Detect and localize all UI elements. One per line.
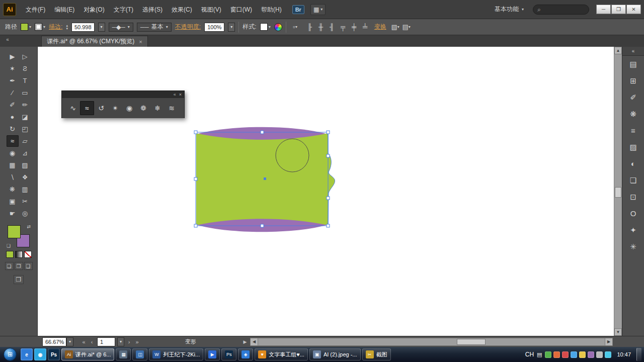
selection-handle[interactable] (194, 131, 197, 134)
graphic-style-dropdown[interactable]: ▾ (260, 23, 271, 31)
expand-panels-button[interactable]: « (622, 47, 644, 56)
language-indicator[interactable]: CH (525, 351, 534, 358)
scallop-tool[interactable]: ❁ (136, 101, 150, 115)
chat-window[interactable]: ♥ 文字事工组♥... (255, 348, 308, 360)
internet-explorer[interactable]: e (21, 348, 33, 360)
stroke-color-dropdown[interactable]: ▾ (35, 23, 45, 31)
gradient-button[interactable] (15, 251, 23, 258)
zoom-field[interactable]: 66.67% (42, 337, 66, 346)
graphic-styles-panel[interactable]: ✦ (622, 222, 644, 238)
swap-fill-stroke-icon[interactable]: ⇄ (27, 224, 31, 229)
minimize-button[interactable]: ─ (596, 5, 611, 14)
app-window-1[interactable]: ▦ (116, 348, 131, 360)
line-segment-tool[interactable]: ∕ (7, 87, 19, 99)
tray-icon[interactable] (605, 351, 611, 358)
status-flyout-button[interactable]: ▶ (241, 339, 249, 344)
liquify-panel-titlebar[interactable]: « × (62, 91, 184, 98)
blob-brush-tool[interactable]: ● (7, 111, 19, 123)
selection-tool[interactable]: ▶ (7, 51, 19, 62)
zoom-tool[interactable]: ◎ (19, 208, 31, 219)
photoshop[interactable]: Ps (48, 348, 60, 360)
layers-panel[interactable]: ❏ (622, 172, 644, 189)
collapse-icon[interactable]: « (174, 92, 176, 97)
crystallize-tool[interactable]: ❄ (150, 101, 165, 115)
start-button[interactable]: ⊞ (4, 348, 17, 361)
slice-tool[interactable]: ✂ (19, 196, 31, 207)
pucker-tool[interactable]: ✴ (108, 101, 122, 115)
swatches-panel[interactable]: ⊞ (622, 72, 644, 89)
appearance-panel[interactable]: O (622, 205, 644, 222)
menu-item[interactable]: 选择(S) (138, 0, 167, 19)
stroke-weight-stepper[interactable]: ▴ ▾ (66, 24, 68, 30)
horizontal-scrollbar[interactable]: ◀ ▶ (250, 338, 613, 346)
selection-handle[interactable] (327, 224, 330, 227)
stroke-weight-field[interactable]: 50.998 (71, 23, 95, 32)
symbol-sprayer-tool[interactable]: ❋ (7, 184, 19, 195)
scroll-right-button[interactable]: ▶ (605, 338, 612, 345)
type-tool[interactable]: T (19, 75, 31, 86)
shape-options-button[interactable]: ▧ ▾ (390, 22, 401, 32)
bloat-tool[interactable]: ◉ (122, 101, 136, 115)
menu-item[interactable]: 视图(V) (197, 0, 226, 19)
recolor-artwork-button[interactable] (274, 23, 282, 31)
clock[interactable]: 10:47 (617, 351, 631, 357)
messenger[interactable]: ◉ (34, 348, 46, 360)
opacity-field[interactable]: 100% (204, 23, 224, 32)
width-profile-dropdown[interactable]: ─◆─ ▾ (109, 23, 133, 32)
gradient-tool[interactable]: ▨ (19, 159, 31, 171)
scale-tool[interactable]: ◰ (19, 123, 31, 135)
fill-color-swatch[interactable] (8, 225, 21, 238)
menu-item[interactable]: 对象(O) (79, 0, 109, 19)
menu-item[interactable]: 窗口(W) (226, 0, 257, 19)
restore-button[interactable]: ❐ (611, 5, 626, 14)
pen-tool[interactable]: ✒ (7, 75, 19, 86)
mesh-tool[interactable]: ▦ (7, 159, 19, 171)
eraser-tool[interactable]: ◪ (19, 111, 31, 123)
dock-collapse-icon[interactable]: « (3, 37, 12, 45)
media-player[interactable]: ▶ (205, 348, 220, 360)
color-panel[interactable]: ▤ (622, 56, 644, 72)
selection-handle[interactable] (194, 177, 197, 180)
previous-artboard-button[interactable]: ‹ (89, 339, 95, 345)
scroll-down-button[interactable]: ▼ (614, 328, 622, 336)
free-transform-tool[interactable]: ▱ (19, 135, 31, 147)
selection-handle[interactable] (194, 224, 197, 227)
tray-icon[interactable] (596, 351, 603, 358)
color-button[interactable] (6, 251, 14, 258)
vertical-scrollbar[interactable]: ▲ ▼ (614, 47, 622, 336)
panel-options-button[interactable]: ▤ ▾ (401, 22, 412, 32)
default-fill-stroke-icon[interactable]: ❏ (7, 243, 11, 248)
hand-tool[interactable]: ☛ (7, 208, 19, 219)
none-button[interactable] (24, 251, 32, 258)
photoshop-window[interactable]: Ps (221, 348, 236, 360)
zoom-dropdown[interactable]: ▾ (66, 337, 73, 346)
blend-tool[interactable]: ❖ (19, 171, 31, 183)
selection-anchor[interactable] (327, 197, 330, 200)
direct-selection-tool[interactable]: ▷ (19, 51, 31, 62)
keyboard-icon[interactable]: ▤ (537, 351, 542, 358)
lasso-tool[interactable]: Ƨ (19, 63, 31, 74)
align-left-icon[interactable]: ╟ (304, 22, 315, 32)
magic-wand-tool[interactable]: ✶ (7, 63, 19, 74)
artboard-number-field[interactable]: 1 (97, 337, 115, 346)
info-panel[interactable]: ✳ (622, 238, 644, 255)
security-app[interactable]: ◈ (238, 348, 253, 360)
transform-panel-link[interactable]: 变换 (374, 23, 386, 31)
tray-icon[interactable] (545, 351, 551, 358)
scroll-up-button[interactable]: ▲ (614, 47, 622, 54)
first-artboard-button[interactable]: « (80, 339, 87, 345)
screen-mode-button[interactable]: ❒ (14, 275, 24, 284)
selection-handle[interactable] (261, 131, 264, 134)
app-window-2[interactable]: ◫ (132, 348, 147, 360)
wrinkle-tool[interactable]: ≋ (165, 101, 179, 115)
width-tool[interactable]: ∿ (66, 101, 80, 115)
close-icon[interactable]: × (179, 92, 182, 97)
opacity-dropdown[interactable]: ▾ (228, 23, 235, 32)
artboard-tool[interactable]: ▣ (7, 196, 19, 207)
illustrator-document[interactable]: Ai 课件.ai* @ 6... (61, 348, 114, 360)
menu-item[interactable]: 效果(C) (167, 0, 197, 19)
search-input[interactable]: ⌕ (533, 5, 589, 15)
symbols-panel[interactable]: ❋ (622, 106, 644, 122)
draw-behind-mode[interactable]: ❐ (15, 262, 23, 270)
tab-close-icon[interactable]: × (139, 39, 142, 45)
